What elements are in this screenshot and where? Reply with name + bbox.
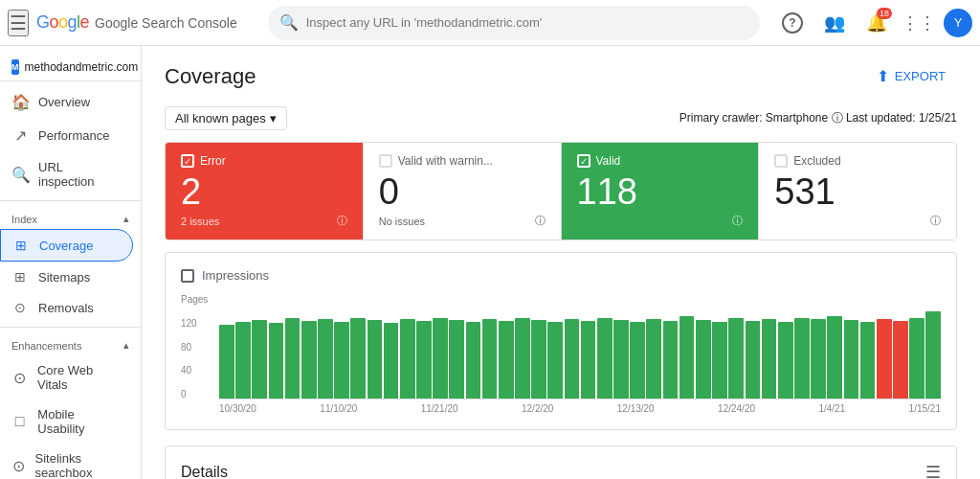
- people-button[interactable]: 👥: [817, 6, 852, 40]
- bar-16: [482, 319, 498, 399]
- page-title: Coverage: [165, 64, 256, 89]
- warning-count: 0: [379, 173, 546, 210]
- bar-39: [860, 322, 876, 399]
- main-content: Coverage ⬆ EXPORT All known pages ▾ Prim…: [142, 46, 980, 479]
- bar-41: [893, 321, 908, 399]
- bar-14: [449, 320, 464, 399]
- bar-33: [762, 319, 777, 399]
- sidebar-item-performance[interactable]: ↗ Performance: [0, 119, 133, 152]
- bar-37: [827, 316, 842, 399]
- menu-icon[interactable]: ☰: [8, 10, 29, 36]
- sidebar-item-label: Sitelinks searchbox: [35, 451, 122, 479]
- index-section-header: Index ▴: [0, 205, 141, 229]
- error-checkbox[interactable]: ✓: [181, 154, 194, 168]
- divider: [0, 200, 141, 201]
- sidebar-item-sitemaps[interactable]: ⊞ Sitemaps: [0, 262, 133, 292]
- bar-24: [613, 320, 629, 399]
- bar-26: [646, 319, 661, 399]
- chevron-up-icon-2: ▴: [123, 339, 129, 352]
- site-selector[interactable]: M methodandmetric.com ▾: [0, 54, 141, 81]
- status-card-error[interactable]: ✓ Error 2 2 issues ⓘ: [166, 143, 364, 240]
- chart-y-axis: Pages 120 80 40 0: [181, 294, 208, 399]
- sidebar-item-removals[interactable]: ⊙ Removals: [0, 292, 133, 323]
- warning-checkbox[interactable]: [379, 154, 392, 168]
- sidebar-item-sitelinks-searchbox[interactable]: ⊙ Sitelinks searchbox: [0, 444, 133, 479]
- warning-subtitle: No issues: [379, 216, 425, 227]
- app-title: Google Search Console: [95, 15, 237, 31]
- crawler-value: Smartphone: [766, 111, 832, 125]
- sidebar-item-mobile-usability[interactable]: □ Mobile Usability: [0, 399, 133, 444]
- sidebar-item-label: Removals: [38, 301, 94, 315]
- excluded-checkbox[interactable]: [774, 154, 788, 168]
- site-favicon: M: [11, 59, 19, 75]
- bar-22: [581, 321, 596, 399]
- chart-x-axis: 10/30/20 11/10/20 11/21/20 12/2/20 12/13…: [219, 403, 941, 414]
- topbar: ☰ Google Google Search Console 🔍 ? 👥 🔔 1…: [0, 0, 980, 46]
- last-updated-value: 1/25/21: [919, 111, 957, 125]
- topbar-actions: ? 👥 🔔 18 ⋮⋮ Y: [775, 6, 972, 40]
- filter-dropdown[interactable]: All known pages ▾: [165, 106, 287, 130]
- bar-31: [728, 318, 744, 399]
- status-card-excluded[interactable]: Excluded 531 ⓘ: [759, 143, 956, 240]
- excluded-card-label: Excluded: [793, 154, 840, 168]
- sidebar-item-core-web-vitals[interactable]: ⊙ Core Web Vitals: [0, 355, 133, 399]
- search-bar[interactable]: 🔍: [268, 6, 760, 40]
- sidebar-item-overview[interactable]: 🏠 Overview: [0, 85, 133, 119]
- bar-29: [696, 320, 711, 399]
- sidebar-item-label: Sitemaps: [38, 270, 90, 285]
- status-card-warning[interactable]: Valid with warnin... 0 No issues ⓘ: [364, 143, 562, 240]
- apps-button[interactable]: ⋮⋮: [902, 6, 936, 40]
- details-title: Details: [181, 464, 228, 479]
- status-cards: ✓ Error 2 2 issues ⓘ Valid with warnin..…: [165, 142, 957, 240]
- help-button[interactable]: ?: [775, 6, 810, 40]
- bar-13: [433, 318, 448, 399]
- details-header: Details ☰: [181, 462, 941, 479]
- sidebar-item-label: URL inspection: [38, 160, 122, 189]
- warning-info-icon: ⓘ: [535, 214, 546, 228]
- search-input[interactable]: [306, 15, 748, 30]
- y-label-80: 80: [181, 342, 208, 353]
- performance-icon: ↗: [11, 126, 29, 145]
- main-layout: M methodandmetric.com ▾ 🏠 Overview ↗ Per…: [0, 46, 980, 479]
- sidebar-item-label: Mobile Usability: [37, 407, 122, 436]
- bar-27: [663, 321, 679, 399]
- valid-checkbox[interactable]: ✓: [577, 154, 590, 168]
- bar-28: [679, 316, 695, 399]
- bar-38: [844, 320, 859, 399]
- help-icon: ?: [782, 12, 803, 34]
- error-subtitle: 2 issues: [181, 216, 219, 227]
- bar-25: [630, 322, 645, 399]
- google-wordmark: Google: [36, 12, 89, 33]
- filter-bar: All known pages ▾ Primary crawler: Smart…: [165, 106, 957, 130]
- x-label-5: 12/24/20: [718, 403, 755, 414]
- export-button[interactable]: ⬆ EXPORT: [865, 61, 957, 91]
- search-icon: 🔍: [279, 13, 299, 32]
- bar-19: [531, 320, 546, 399]
- avatar[interactable]: Y: [944, 9, 972, 37]
- bar-3: [269, 323, 284, 399]
- impressions-checkbox[interactable]: [181, 269, 194, 283]
- bar-20: [547, 322, 563, 399]
- error-info-icon: ⓘ: [337, 214, 347, 228]
- bar-2: [252, 320, 267, 399]
- x-label-3: 12/2/20: [522, 403, 553, 414]
- sidebar-item-url-inspection[interactable]: 🔍 URL inspection: [0, 152, 133, 196]
- y-label-120: 120: [181, 318, 208, 329]
- filter-list-icon[interactable]: ☰: [925, 462, 941, 479]
- bar-4: [285, 318, 301, 399]
- error-card-label: Error: [200, 154, 226, 168]
- logo: Google Google Search Console: [36, 12, 237, 33]
- error-count: 2: [181, 173, 347, 210]
- export-label: EXPORT: [895, 69, 946, 83]
- crawler-info: Primary crawler: Smartphone ⓘ Last updat…: [679, 110, 957, 126]
- notifications-button[interactable]: 🔔 18: [859, 6, 894, 40]
- bar-0: [219, 325, 234, 399]
- status-card-valid[interactable]: ✓ Valid 118 ⓘ: [562, 143, 760, 240]
- people-icon: 👥: [824, 12, 845, 34]
- sidebar-item-coverage[interactable]: ⊞ Coverage: [0, 229, 133, 262]
- bar-10: [384, 323, 399, 399]
- sitelinks-icon: ⊙: [11, 457, 26, 475]
- impressions-label: Impressions: [202, 268, 269, 283]
- crawler-label: Primary crawler:: [679, 111, 763, 125]
- sidebar-item-label: Coverage: [39, 239, 93, 253]
